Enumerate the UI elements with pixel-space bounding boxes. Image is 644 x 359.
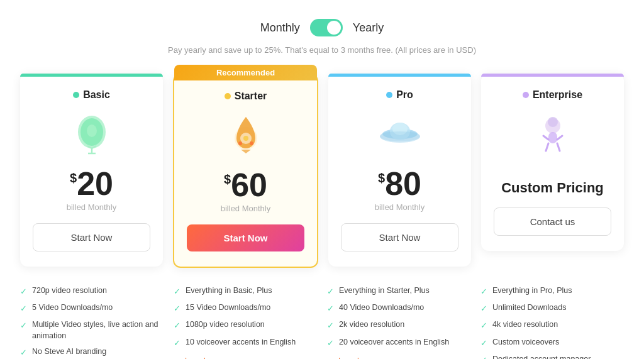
feature-item: ✓Everything in Basic, Plus (174, 285, 317, 297)
price-dollar: $ (224, 172, 231, 187)
check-icon: ✓ (327, 303, 334, 314)
feature-text: 720p video resolution (32, 285, 107, 297)
feature-item: ✓Everything in Pro, Plus (480, 285, 624, 297)
plan-dot (523, 92, 529, 98)
check-icon: ✓ (327, 338, 334, 349)
billing-toggle-section: Monthly Yearly (260, 19, 384, 36)
billed-label: billed Monthly (67, 202, 117, 212)
plan-card-basic: Basic $ 20 billed Monthly Start Now (20, 74, 163, 267)
feature-text: Multiple Video styles, live action and a… (32, 319, 164, 341)
feature-item: ✓20 voiceover accents in English (327, 337, 470, 349)
feature-item: ✓Multiple Video styles, live action and … (20, 319, 164, 341)
feature-text: Unlimited Downloads (492, 302, 566, 314)
plan-icon-pro (375, 108, 425, 158)
feature-text: 20 voiceover accents in English (339, 337, 449, 348)
check-icon: ✓ (480, 303, 487, 314)
check-icon: ✓ (480, 338, 487, 349)
feature-item: ✓10 voiceover accents in English (174, 337, 317, 349)
feature-item: ✓1080p video resolution (174, 319, 317, 331)
check-icon: ✓ (327, 320, 334, 331)
plan-name: Pro (396, 89, 413, 101)
check-icon: ✓ (480, 320, 487, 331)
price-row: $ 60 (224, 168, 267, 201)
check-icon: ✓ (174, 303, 180, 314)
check-icon: ✓ (174, 320, 180, 331)
card-inner: Starter $ 60 billed Monthly Start Now (174, 78, 317, 267)
feature-item: ✓40 Video Downloads/mo (327, 302, 470, 314)
price-row: $ 20 (70, 167, 113, 200)
plan-name-row: Pro (386, 89, 413, 101)
svg-point-18 (548, 117, 558, 127)
feature-item: ✓Unlimited Downloads (480, 302, 624, 314)
check-icon: ✓ (480, 286, 487, 297)
svg-rect-19 (548, 132, 557, 143)
feature-item: ✓4k video resolution (480, 319, 624, 331)
plan-name-row: Enterprise (523, 89, 582, 101)
svg-point-6 (87, 124, 97, 137)
svg-line-23 (557, 143, 560, 151)
start-button-starter[interactable]: Start Now (187, 224, 304, 251)
billed-label: billed Monthly (221, 204, 271, 213)
plan-name: Enterprise (533, 89, 582, 101)
start-button-pro[interactable]: Start Now (341, 223, 458, 251)
start-button-enterprise[interactable]: Contact us (494, 207, 611, 236)
plans-cards-wrapper: Basic $ 20 billed Monthly Start Now Reco… (20, 74, 624, 268)
feature-item: ✓15 Video Downloads/mo (174, 302, 317, 314)
check-icon: ✓ (327, 286, 334, 297)
feature-text: 40 Video Downloads/mo (339, 302, 424, 314)
price-dollar: $ (378, 171, 385, 185)
svg-point-10 (238, 141, 242, 145)
check-icon: ✓ (174, 286, 180, 297)
plan-name: Starter (235, 91, 267, 102)
check-icon: ✓ (20, 286, 27, 297)
card-inner: Enterprise Custom Pricing Contact us (481, 77, 624, 251)
feature-item: ✓720p video resolution (20, 285, 164, 297)
recommended-banner: Recommended (174, 65, 317, 80)
price-amount: 80 (385, 167, 421, 200)
price-row: $ 80 (378, 167, 421, 200)
plan-dot (73, 92, 79, 98)
svg-line-20 (543, 136, 548, 140)
feature-text: Everything in Basic, Plus (186, 285, 272, 297)
price-dollar: $ (70, 171, 77, 185)
toggle-knob (327, 21, 341, 35)
billing-toggle[interactable] (310, 19, 343, 36)
svg-line-21 (557, 136, 562, 140)
svg-point-16 (380, 131, 420, 141)
check-icon: ✓ (174, 338, 180, 349)
plan-name-row: Basic (73, 89, 110, 101)
price-amount: 20 (77, 167, 113, 200)
feature-text: 10 voiceover accents in English (186, 337, 296, 348)
features-section: ✓720p video resolution✓5 Video Downloads… (20, 285, 624, 359)
feature-text: Everything in Starter, Plus (339, 285, 430, 297)
card-inner: Pro $ 80 billed Monthly Start Now (328, 77, 471, 267)
plan-card-enterprise: Enterprise Custom Pricing Contact us (481, 74, 624, 251)
custom-pricing-label: Custom Pricing (501, 180, 604, 196)
billed-label: billed Monthly (375, 202, 425, 212)
plan-card-pro: Pro $ 80 billed Monthly Start Now (328, 74, 471, 267)
svg-point-11 (250, 141, 253, 145)
plan-icon-enterprise (528, 108, 578, 158)
feature-text: 1080p video resolution (186, 319, 265, 331)
feature-text: Custom voiceovers (492, 337, 559, 348)
features-col-pro: ✓Everything in Starter, Plus✓40 Video Do… (327, 285, 470, 359)
feature-item: ✓2k video resolution (327, 319, 470, 331)
check-icon: ✓ (20, 303, 27, 314)
feature-item: ✓Custom voiceovers (480, 337, 624, 349)
plan-icon-basic (67, 108, 117, 158)
svg-line-22 (546, 143, 548, 151)
start-button-basic[interactable]: Start Now (33, 223, 150, 251)
features-col-starter: ✓Everything in Basic, Plus✓15 Video Down… (174, 285, 317, 359)
plan-name: Basic (83, 89, 110, 101)
yearly-label: Yearly (353, 21, 384, 35)
feature-item: ✓No Steve AI branding (20, 346, 164, 358)
more-link[interactable]: and much more... (174, 356, 317, 359)
plan-icon-starter (221, 109, 271, 160)
more-link[interactable]: and much more... (327, 356, 470, 359)
price-amount: 60 (231, 168, 267, 201)
plan-dot (225, 93, 231, 99)
feature-text: 2k video resolution (339, 319, 404, 331)
feature-item: ✓Dedicated account manager (480, 354, 624, 359)
features-col-enterprise: ✓Everything in Pro, Plus✓Unlimited Downl… (480, 285, 624, 359)
features-col-basic: ✓720p video resolution✓5 Video Downloads… (20, 285, 164, 359)
